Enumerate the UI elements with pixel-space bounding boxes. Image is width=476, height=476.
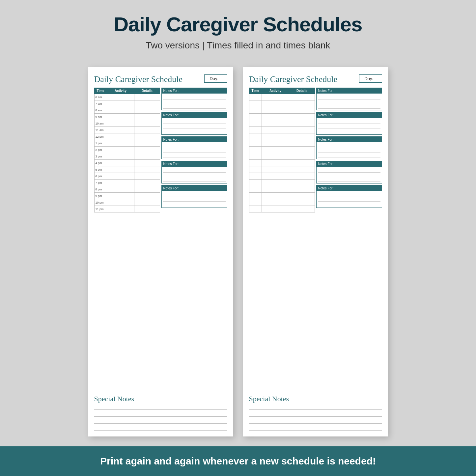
table-row: 8 pm (94, 186, 160, 193)
details-cell (289, 173, 315, 180)
notes-header: Notes For: (162, 112, 227, 118)
col-activity: Activity (107, 88, 134, 94)
time-cell (249, 100, 262, 107)
top-section: Daily Caregiver Schedules Two versions |… (0, 0, 476, 57)
schedule-card-1: Daily Caregiver Schedule Day: Time Activ… (88, 67, 233, 436)
table-row: 1 pm (94, 140, 160, 147)
time-cell: 3 pm (94, 153, 107, 160)
details-cell (134, 107, 160, 114)
day-box-1: Day: (204, 74, 227, 83)
table-row (249, 147, 315, 153)
notes-lines (317, 191, 382, 208)
time-cell (249, 160, 262, 166)
table-row: 12 pm (94, 133, 160, 140)
table-row: 10 am (94, 120, 160, 127)
time-cell: 1 pm (94, 140, 107, 147)
card-title-1: Daily Caregiver Schedule (94, 74, 183, 84)
time-cell: 7 pm (94, 180, 107, 186)
activity-cell (107, 114, 134, 120)
table-row: 7 pm (94, 180, 160, 186)
notes-header: Notes For: (162, 137, 227, 142)
table-row: 9 am (94, 114, 160, 120)
col-activity-2: Activity (262, 88, 289, 94)
details-cell (134, 127, 160, 133)
table-row: 8 am (94, 107, 160, 114)
table-row (249, 173, 315, 180)
card-title-2: Daily Caregiver Schedule (249, 74, 338, 84)
details-cell (289, 114, 315, 120)
activity-cell (262, 133, 289, 140)
details-cell (289, 107, 315, 114)
activity-cell (262, 166, 289, 173)
page-subtitle: Two versions | Times filled in and times… (13, 40, 463, 51)
time-cell: 5 pm (94, 166, 107, 173)
time-cell (249, 133, 262, 140)
table-row (249, 100, 315, 107)
special-line (249, 412, 382, 417)
table-row (249, 94, 315, 100)
table-row (249, 107, 315, 114)
table-row (249, 193, 315, 199)
notes-line (318, 173, 380, 177)
notes-header: Notes For: (317, 112, 382, 118)
details-cell (134, 94, 160, 100)
activity-cell (262, 100, 289, 107)
time-cell: 11 am (94, 127, 107, 133)
notes-lines (162, 94, 227, 110)
schedule-card-2: Daily Caregiver Schedule Day: Time Activ… (243, 67, 388, 436)
activity-cell (262, 186, 289, 193)
schedule-body-2: Time Activity Details Notes For:Notes Fo… (249, 88, 382, 391)
time-cell (249, 94, 262, 100)
time-cell: 7 am (94, 100, 107, 107)
special-notes-title-1: Special Notes (94, 395, 227, 403)
notes-header: Notes For: (317, 137, 382, 142)
time-cell: 9 pm (94, 193, 107, 199)
notes-header: Notes For: (317, 185, 382, 191)
time-cell (249, 166, 262, 173)
time-cell: 9 am (94, 114, 107, 120)
activity-cell (262, 94, 289, 100)
special-line (94, 419, 227, 424)
notes-line (163, 99, 226, 104)
notes-line (163, 148, 226, 153)
activity-cell (107, 133, 134, 140)
notes-line (163, 104, 226, 109)
activity-cell (107, 173, 134, 180)
time-cell: 6 am (94, 94, 107, 100)
notes-line (318, 202, 380, 206)
notes-block: Notes For: (161, 185, 227, 208)
details-cell (134, 180, 160, 186)
card-header-1: Daily Caregiver Schedule Day: (94, 74, 227, 84)
special-line (94, 426, 227, 431)
activity-cell (262, 160, 289, 166)
details-cell (289, 133, 315, 140)
details-cell (134, 193, 160, 199)
notes-lines (162, 118, 227, 134)
col-details: Details (134, 88, 160, 94)
details-cell (289, 127, 315, 133)
time-cell (249, 147, 262, 153)
activity-cell (262, 107, 289, 114)
table-row (249, 140, 315, 147)
table-row (249, 160, 315, 166)
notes-line (163, 119, 226, 124)
special-notes-1: Special Notes (94, 395, 227, 431)
time-cell (249, 107, 262, 114)
special-line (249, 426, 382, 431)
time-cell (249, 206, 262, 212)
notes-lines (162, 191, 227, 208)
special-notes-title-2: Special Notes (249, 395, 382, 403)
activity-cell (107, 100, 134, 107)
notes-line (318, 177, 380, 182)
table-row (249, 206, 315, 212)
notes-lines (162, 167, 227, 183)
activity-cell (107, 186, 134, 193)
details-cell (134, 166, 160, 173)
table-row: 6 am (94, 94, 160, 100)
details-cell (289, 199, 315, 206)
activity-cell (107, 147, 134, 153)
notes-block: Notes For: (161, 136, 227, 159)
special-line (249, 419, 382, 424)
notes-line (318, 119, 380, 124)
notes-line (318, 168, 380, 173)
